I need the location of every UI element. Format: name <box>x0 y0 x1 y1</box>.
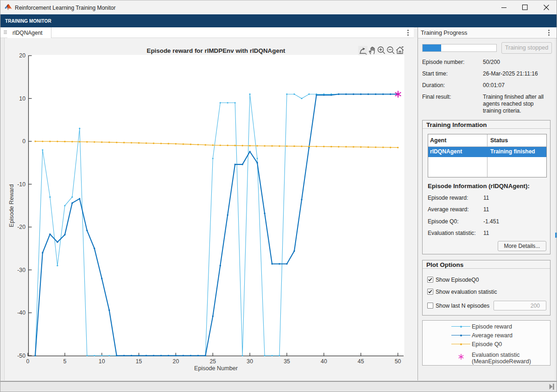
svg-text:10: 10 <box>99 358 105 365</box>
svg-text:15: 15 <box>136 358 142 365</box>
svg-text:-50: -50 <box>17 353 25 359</box>
svg-text:45: 45 <box>358 358 364 365</box>
svg-text:-30: -30 <box>17 267 25 273</box>
svg-text:10: 10 <box>19 95 25 102</box>
svg-text:Episode Reward: Episode Reward <box>8 184 15 227</box>
svg-text:Episode Number: Episode Number <box>194 365 238 372</box>
svg-text:40: 40 <box>321 358 327 365</box>
svg-text:-20: -20 <box>17 224 25 230</box>
svg-text:20: 20 <box>19 52 25 59</box>
svg-text:0: 0 <box>26 358 30 365</box>
svg-text:20: 20 <box>173 358 179 365</box>
svg-text:-10: -10 <box>17 181 25 188</box>
svg-text:0: 0 <box>22 138 25 145</box>
svg-text:50: 50 <box>395 358 401 365</box>
svg-text:-40: -40 <box>17 310 25 316</box>
svg-text:30: 30 <box>247 358 253 365</box>
svg-text:35: 35 <box>284 358 290 365</box>
svg-text:5: 5 <box>63 358 66 365</box>
svg-text:25: 25 <box>209 358 216 365</box>
